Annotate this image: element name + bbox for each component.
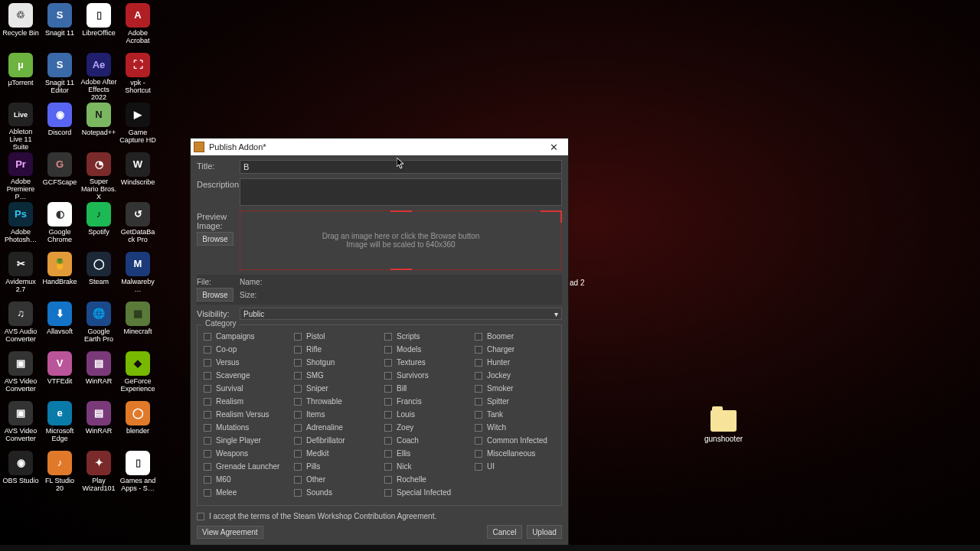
desktop-icon[interactable]: ▤WinRAR bbox=[80, 350, 118, 399]
preview-dropzone[interactable]: Drag an image here or click the Browse b… bbox=[240, 210, 562, 270]
category-checkbox[interactable]: Boomer bbox=[475, 330, 565, 343]
taskbar[interactable] bbox=[0, 545, 980, 551]
category-checkbox[interactable]: Hunter bbox=[475, 356, 565, 369]
category-checkbox[interactable]: Survivors bbox=[384, 369, 475, 382]
category-checkbox[interactable]: Mutations bbox=[204, 421, 294, 434]
accept-terms-checkbox[interactable]: I accept the terms of the Steam Workshop… bbox=[197, 512, 436, 520]
category-checkbox[interactable]: Smoker bbox=[475, 382, 565, 395]
category-checkbox[interactable]: Charger bbox=[475, 343, 565, 356]
category-checkbox[interactable]: Grenade Launcher bbox=[204, 460, 294, 473]
desktop-icon[interactable]: ▣AVS Video Converter bbox=[2, 350, 40, 399]
category-checkbox[interactable]: Scripts bbox=[384, 330, 475, 343]
category-checkbox[interactable]: Rifle bbox=[294, 343, 384, 356]
visibility-select[interactable]: Public ▾ bbox=[240, 308, 562, 320]
desktop-icon[interactable]: SSnagit 11 Editor bbox=[41, 51, 79, 101]
desktop-icon[interactable]: ♫AVS Audio Converter bbox=[2, 300, 40, 350]
desktop-icon[interactable]: PsAdobe Photosh… bbox=[2, 201, 40, 250]
category-checkbox[interactable]: Special Infected bbox=[384, 486, 475, 499]
category-checkbox[interactable]: Scavenge bbox=[204, 369, 294, 382]
desktop-icon[interactable]: VVTFEdit bbox=[41, 350, 79, 399]
category-checkbox[interactable]: Zoey bbox=[384, 421, 475, 434]
desktop-icon[interactable]: ◯Steam bbox=[80, 250, 118, 300]
category-checkbox[interactable]: Sniper bbox=[294, 382, 384, 395]
category-checkbox[interactable]: Louis bbox=[384, 408, 475, 421]
category-checkbox[interactable]: Pistol bbox=[294, 330, 384, 343]
category-checkbox[interactable]: Pills bbox=[294, 460, 384, 473]
category-checkbox[interactable]: Jockey bbox=[475, 369, 565, 382]
desktop-icon[interactable]: ↺GetDataBack Pro bbox=[119, 201, 157, 250]
category-checkbox[interactable]: Spitter bbox=[475, 395, 565, 408]
category-checkbox[interactable]: Francis bbox=[384, 395, 475, 408]
desktop-icon[interactable]: eMicrosoft Edge bbox=[41, 399, 79, 449]
desktop-icon[interactable]: ▦Minecraft bbox=[119, 300, 157, 350]
desktop-icon[interactable]: SSnagit 11 bbox=[41, 2, 79, 51]
category-checkbox[interactable]: Campaigns bbox=[204, 330, 294, 343]
desktop-icon[interactable]: ▶Game Capture HD bbox=[119, 101, 157, 151]
desktop-icon[interactable]: ⬇Allavsoft bbox=[41, 300, 79, 350]
cancel-button[interactable]: Cancel bbox=[487, 525, 522, 539]
desktop-icon[interactable]: ◆GeForce Experience bbox=[119, 350, 157, 399]
category-checkbox[interactable]: Melee bbox=[204, 486, 294, 499]
desktop-icon[interactable]: ◯blender bbox=[119, 399, 157, 449]
description-input[interactable] bbox=[240, 178, 562, 206]
category-checkbox[interactable]: Adrenaline bbox=[294, 421, 384, 434]
desktop-icon[interactable]: µµTorrent bbox=[2, 51, 40, 101]
category-checkbox[interactable]: UI bbox=[475, 460, 565, 473]
category-checkbox[interactable]: Co-op bbox=[204, 343, 294, 356]
desktop-icon[interactable]: ◉Discord bbox=[41, 101, 79, 151]
desktop-icon[interactable]: GGCFScape bbox=[41, 151, 79, 201]
browse-image-button[interactable]: Browse bbox=[197, 232, 234, 246]
upload-button[interactable]: Upload bbox=[527, 525, 562, 539]
category-checkbox[interactable]: Single Player bbox=[204, 434, 294, 447]
category-checkbox[interactable]: Nick bbox=[384, 460, 475, 473]
desktop-icon[interactable]: 🍍HandBrake bbox=[41, 250, 79, 300]
desktop-icon[interactable]: ⛶vpk - Shortcut bbox=[119, 51, 157, 101]
category-checkbox[interactable]: Rochelle bbox=[384, 473, 475, 486]
desktop-icon[interactable]: ✦Play Wizard101 bbox=[80, 449, 118, 499]
desktop-icon[interactable]: 🌐Google Earth Pro bbox=[80, 300, 118, 350]
desktop-icon[interactable]: AeAdobe After Effects 2022 bbox=[80, 51, 118, 101]
category-checkbox[interactable]: Ellis bbox=[384, 447, 475, 460]
close-button[interactable]: ✕ bbox=[542, 139, 565, 155]
category-checkbox[interactable]: Bill bbox=[384, 382, 475, 395]
desktop-icon[interactable]: LiveAbleton Live 11 Suite bbox=[2, 101, 40, 151]
category-checkbox[interactable]: Common Infected bbox=[475, 434, 565, 447]
category-checkbox[interactable]: Items bbox=[294, 408, 384, 421]
desktop-icon[interactable]: ♪FL Studio 20 bbox=[41, 449, 79, 499]
desktop-icon[interactable]: ▯LibreOffice bbox=[80, 2, 118, 51]
category-checkbox[interactable]: Medkit bbox=[294, 447, 384, 460]
titlebar[interactable]: Publish Addon* ✕ bbox=[191, 139, 568, 155]
desktop-icon[interactable]: NNotepad++ bbox=[80, 101, 118, 151]
category-checkbox[interactable]: Survival bbox=[204, 382, 294, 395]
browse-file-button[interactable]: Browse bbox=[197, 288, 234, 302]
desktop-icon[interactable]: ▯Games and Apps - S… bbox=[119, 449, 157, 499]
desktop-icon[interactable]: ▣AVS Video Converter bbox=[2, 399, 40, 449]
desktop-folder-gunshooter[interactable]: gunshooter bbox=[704, 410, 743, 443]
desktop-icon[interactable]: ◔Super Mario Bros. X bbox=[80, 151, 118, 201]
category-checkbox[interactable]: Other bbox=[294, 473, 384, 486]
category-checkbox[interactable]: Witch bbox=[475, 421, 565, 434]
category-checkbox[interactable]: M60 bbox=[204, 473, 294, 486]
category-checkbox[interactable]: Realism bbox=[204, 395, 294, 408]
category-checkbox[interactable]: Miscellaneous bbox=[475, 447, 565, 460]
desktop-icon[interactable]: ✂Avidemux 2.7 bbox=[2, 250, 40, 300]
category-checkbox[interactable]: SMG bbox=[294, 369, 384, 382]
category-checkbox[interactable]: Shotgun bbox=[294, 356, 384, 369]
category-checkbox[interactable]: Coach bbox=[384, 434, 475, 447]
category-checkbox[interactable]: Textures bbox=[384, 356, 475, 369]
category-checkbox[interactable]: Versus bbox=[204, 356, 294, 369]
category-checkbox[interactable]: Weapons bbox=[204, 447, 294, 460]
desktop-icon[interactable]: AAdobe Acrobat bbox=[119, 2, 157, 51]
desktop-icon[interactable]: ♲Recycle Bin bbox=[2, 2, 40, 51]
category-checkbox[interactable]: Sounds bbox=[294, 486, 384, 499]
desktop-icon[interactable]: MMalwareby… bbox=[119, 250, 157, 300]
desktop-icon[interactable]: ▤WinRAR bbox=[80, 399, 118, 449]
desktop-icon[interactable]: ◐Google Chrome bbox=[41, 201, 79, 250]
view-agreement-button[interactable]: View Agreement bbox=[197, 526, 263, 539]
category-checkbox[interactable]: Tank bbox=[475, 408, 565, 421]
category-checkbox[interactable]: Models bbox=[384, 343, 475, 356]
desktop-icon[interactable]: ◉OBS Studio bbox=[2, 449, 40, 499]
category-checkbox[interactable]: Realism Versus bbox=[204, 408, 294, 421]
category-checkbox[interactable]: Defibrillator bbox=[294, 434, 384, 447]
desktop-icon[interactable]: PrAdobe Premiere P… bbox=[2, 151, 40, 201]
